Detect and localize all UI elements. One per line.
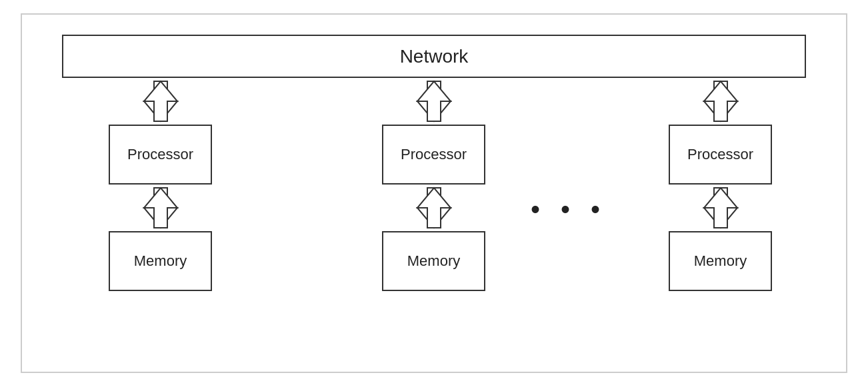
svg-marker-5: [417, 81, 451, 121]
svg-marker-11: [704, 188, 737, 228]
node-col-3: Processor Memory: [669, 78, 772, 291]
processor-label-2: Processor: [401, 146, 467, 163]
processor-label-1: Processor: [127, 146, 193, 163]
svg-marker-7: [417, 188, 451, 228]
processor-label-3: Processor: [687, 146, 753, 163]
arrow-processor-memory-1: [141, 185, 181, 231]
memory-box-3: Memory: [669, 231, 772, 291]
memory-box-1: Memory: [109, 231, 212, 291]
svg-marker-1: [144, 81, 177, 121]
node-col-1: Processor Memory: [109, 78, 212, 291]
arrow-network-processor-3: [701, 78, 741, 125]
dots-label: • • •: [531, 195, 607, 224]
dots: • • •: [529, 195, 609, 224]
processor-box-3: Processor: [669, 125, 772, 185]
memory-label-2: Memory: [407, 252, 460, 270]
arrow-processor-memory-3: [701, 185, 741, 231]
svg-marker-3: [144, 188, 177, 228]
arrow-processor-memory-2: [414, 185, 454, 231]
memory-label-1: Memory: [134, 252, 187, 270]
memory-box-2: Memory: [382, 231, 485, 291]
network-box: Network: [62, 35, 806, 78]
arrow-network-processor-1: [141, 78, 181, 125]
arrow-network-processor-2: [414, 78, 454, 125]
svg-marker-9: [704, 81, 737, 121]
network-label: Network: [400, 46, 469, 67]
node-col-2: Processor Memory: [382, 78, 485, 291]
processor-box-1: Processor: [109, 125, 212, 185]
processor-box-2: Processor: [382, 125, 485, 185]
memory-label-3: Memory: [694, 252, 747, 270]
diagram-container: Network Processor Memory Processor: [21, 13, 847, 373]
